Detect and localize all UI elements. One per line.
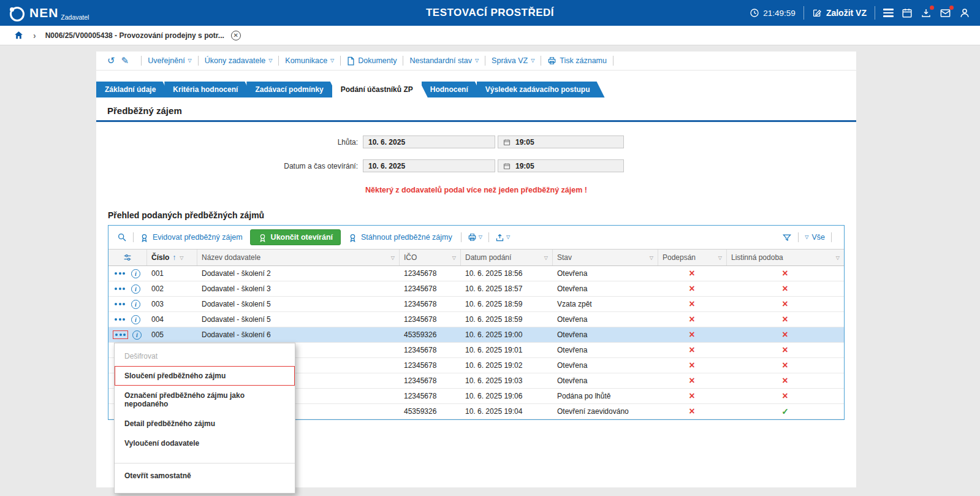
row-info-icon[interactable]: i <box>131 300 140 309</box>
messages-icon[interactable] <box>940 7 951 19</box>
table-row[interactable]: i004Dodavatel - školení 51234567810. 6. … <box>108 312 844 327</box>
export-icon[interactable]: ▽ <box>495 233 510 242</box>
dropdown-caret-icon: ▽ <box>330 58 334 63</box>
row-menu-icon[interactable] <box>113 316 127 323</box>
cell-date: 10. 6. 2025 19:06 <box>460 389 552 403</box>
menu-nestandardni-stav[interactable]: Nestandardní stav▽ <box>409 56 479 65</box>
evidovat-zajem-button[interactable]: Evidovat předběžný zájem <box>140 233 243 242</box>
row-info-icon[interactable]: i <box>132 330 142 340</box>
stahnout-zajmy-button[interactable]: Stáhnout předběžné zájmy <box>348 233 452 242</box>
column-settings[interactable] <box>108 250 146 265</box>
search-icon[interactable] <box>117 232 127 242</box>
row-actions: i <box>108 312 146 327</box>
cell-supplier: Dodavatel - školení 6 <box>197 327 399 342</box>
filter-caret-icon[interactable]: ▽ <box>718 255 722 261</box>
cell-status: Otevřena <box>552 358 658 373</box>
row-menu-icon[interactable] <box>113 300 127 308</box>
cell-ico: 45359326 <box>399 327 460 342</box>
tab-5[interactable]: Hodnocení <box>422 82 483 97</box>
table-row[interactable]: i001Dodavatel - školení 21234567810. 6. … <box>108 266 844 281</box>
tab-2[interactable]: Kritéria hodnocení <box>164 82 253 97</box>
table-row[interactable]: i002Dodavatel - školení 31234567810. 6. … <box>108 281 844 297</box>
print-grid-icon[interactable]: ▽ <box>468 233 482 242</box>
toolbar-separator <box>613 56 613 66</box>
header-actions: 21:49:59 Založit VZ <box>750 6 970 20</box>
column-listinna[interactable]: Listinná podoba▽ <box>726 250 844 265</box>
toolbar-separator <box>403 56 403 66</box>
filter-caret-icon[interactable]: ▽ <box>650 255 653 261</box>
downloads-icon[interactable] <box>921 7 932 18</box>
menu-tisk-zaznamu[interactable]: Tisk záznamu <box>547 56 607 65</box>
header-separator <box>803 6 804 20</box>
cell-ico: 12345678 <box>399 389 460 403</box>
row-menu-icon[interactable] <box>113 270 127 277</box>
table-row[interactable]: i005Dodavatel - školení 64535932610. 6. … <box>108 327 844 343</box>
menu-sprava-vz[interactable]: Správa VZ▽ <box>492 56 534 65</box>
filter-caret-icon[interactable]: ▽ <box>452 255 456 261</box>
cross-icon: × <box>689 330 694 340</box>
ukoncit-oteviran-button[interactable]: Ukončit otevírání <box>250 229 341 245</box>
toolbar-separator <box>798 232 799 242</box>
menu-ukony-zadavatele[interactable]: Úkony zadavatele▽ <box>205 56 273 65</box>
home-icon[interactable] <box>13 30 24 40</box>
edit-square-icon <box>812 8 822 18</box>
tab-6[interactable]: Výsledek zadávacího postupu <box>477 82 605 97</box>
view-filter-dropdown[interactable]: ▽ Vše <box>805 233 825 242</box>
cross-icon: × <box>689 299 694 309</box>
filter-caret-icon[interactable]: ▽ <box>544 255 548 261</box>
edit-record-icon[interactable]: ✎ <box>121 55 129 66</box>
menu-icon[interactable] <box>883 9 894 17</box>
context-menu-item[interactable]: Vyloučení dodavatele <box>115 433 295 453</box>
column-nazev[interactable]: Název dodavatele▽ <box>197 250 399 265</box>
cell-paper: ✓ <box>726 404 844 419</box>
row-info-icon[interactable]: i <box>131 284 140 294</box>
lhuta-time-input[interactable]: 19:05 <box>498 135 624 148</box>
context-menu-item[interactable]: Sloučení předběžného zájmu <box>115 366 295 386</box>
calendar-icon <box>503 139 511 146</box>
column-stav[interactable]: Stav▽ <box>552 250 658 265</box>
breadcrumb-item[interactable]: N006/25/V00005438 - Provozování prodejny… <box>45 31 224 40</box>
column-datum[interactable]: Datum podání▽ <box>460 250 552 265</box>
row-menu-icon[interactable] <box>113 330 128 339</box>
context-menu-item[interactable]: Detail předběžného zájmu <box>115 414 295 433</box>
filter-caret-icon[interactable]: ▽ <box>391 255 395 261</box>
cell-date: 10. 6. 2025 18:57 <box>460 281 552 296</box>
context-menu-item[interactable]: Označení předběžného zájmu jako nepodané… <box>115 386 295 414</box>
oteviran-time-input[interactable]: 19:05 <box>498 159 624 172</box>
filter-caret-icon[interactable]: ▽ <box>836 255 840 261</box>
row-info-icon[interactable]: i <box>131 315 140 324</box>
table-row[interactable]: i003Dodavatel - školení 51234567810. 6. … <box>108 297 844 312</box>
cross-icon: × <box>782 269 788 278</box>
cell-ico: 45359326 <box>399 404 460 419</box>
menu-komunikace[interactable]: Komunikace▽ <box>285 56 334 65</box>
menu-dokumenty[interactable]: Dokumenty <box>347 56 397 66</box>
dropdown-caret-icon: ▽ <box>479 234 482 240</box>
tab-4[interactable]: Podání účastníků ZP <box>332 82 428 97</box>
column-cislo[interactable]: Číslo ↑ ▽ <box>146 250 197 265</box>
column-podepsan[interactable]: Podepsán▽ <box>658 250 726 265</box>
calendar-icon[interactable] <box>902 7 913 18</box>
cell-signed: × <box>658 358 726 373</box>
sort-asc-icon: ↑ <box>172 253 176 262</box>
cross-icon: × <box>782 345 788 355</box>
row-actions: i <box>108 297 146 311</box>
lhuta-date-input[interactable]: 10. 6. 2025 <box>363 135 495 148</box>
nen-logo[interactable]: NEN Zadavatel <box>10 5 89 21</box>
tab-1[interactable]: Základní údaje <box>96 82 170 97</box>
oteviran-date-input[interactable]: 10. 6. 2025 <box>363 159 495 172</box>
profile-icon[interactable] <box>959 7 970 18</box>
filter-caret-icon[interactable]: ▽ <box>180 255 183 261</box>
context-menu-item[interactable]: Otevřít samostatně <box>115 463 295 486</box>
cell-date: 10. 6. 2025 18:56 <box>460 266 552 281</box>
logo-subtext: Zadavatel <box>61 13 89 21</box>
tab-3[interactable]: Zadávací podmínky <box>246 82 338 97</box>
clock: 21:49:59 <box>750 8 796 18</box>
row-menu-icon[interactable] <box>113 285 127 292</box>
filter-icon[interactable] <box>782 233 792 242</box>
close-tab-icon[interactable]: ✕ <box>231 31 241 40</box>
create-vz-button[interactable]: Založit VZ <box>812 8 867 18</box>
column-ico[interactable]: IČO▽ <box>399 250 460 265</box>
row-info-icon[interactable]: i <box>131 269 140 278</box>
menu-uverejneni[interactable]: Uveřejnění▽ <box>148 56 192 65</box>
history-back-icon[interactable]: ↺ <box>107 55 115 66</box>
